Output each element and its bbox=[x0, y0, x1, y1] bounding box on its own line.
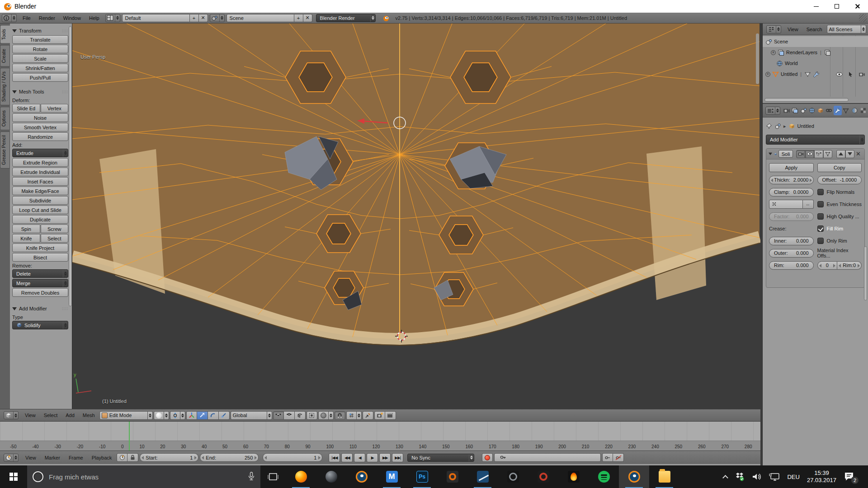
properties-scrollbar[interactable] bbox=[864, 246, 867, 300]
decrement-arrow-icon[interactable] bbox=[264, 456, 267, 460]
material-rim-field[interactable]: Rim: 0 bbox=[837, 261, 862, 270]
menu-help[interactable]: Help bbox=[85, 15, 104, 21]
add-modifier-panel-header[interactable]: Add Modifier :::: bbox=[12, 304, 68, 313]
apply-button[interactable]: Apply bbox=[769, 163, 814, 172]
tab-render-layers[interactable] bbox=[791, 106, 799, 115]
increment-arrow-icon[interactable] bbox=[810, 178, 812, 182]
duplicate-button[interactable]: Duplicate bbox=[12, 215, 68, 224]
action-center-button[interactable]: 2 bbox=[844, 472, 854, 482]
proportional-edit-dropdown[interactable] bbox=[318, 411, 334, 420]
mesh-wireframe-canvas[interactable]: y bbox=[72, 23, 760, 409]
add-modifier-dropdown[interactable]: Add Modifier bbox=[766, 135, 865, 145]
properties-editor-type-selector[interactable] bbox=[765, 107, 780, 115]
extrude-dropdown[interactable]: Extrude bbox=[12, 149, 68, 157]
tab-render[interactable] bbox=[783, 106, 791, 115]
edit-mode-display-toggle[interactable] bbox=[814, 150, 823, 158]
delete-scene-button[interactable]: ✕ bbox=[303, 14, 312, 22]
factor-field[interactable]: Factor: 0.000 bbox=[769, 212, 814, 221]
tab-grease-pencil[interactable]: Grease Pencil bbox=[0, 131, 10, 169]
dropbox-icon[interactable] bbox=[735, 472, 745, 481]
randomize-button[interactable]: Randomize bbox=[12, 132, 68, 141]
lock-range-button[interactable] bbox=[127, 453, 138, 462]
photoshop-taskbar-icon[interactable]: Ps bbox=[407, 465, 437, 488]
menu-window[interactable]: Window bbox=[59, 15, 85, 21]
current-frame-field[interactable]: 1 bbox=[263, 453, 322, 462]
timeline-editor-type-selector[interactable] bbox=[4, 454, 19, 462]
viewport-visibility-toggle[interactable] bbox=[805, 150, 814, 158]
editor-type-selector[interactable] bbox=[2, 14, 17, 22]
keyboard-language[interactable]: DEU bbox=[787, 474, 799, 480]
outliner-item-world[interactable]: World bbox=[763, 58, 868, 69]
menu-select[interactable]: Select bbox=[40, 413, 61, 418]
start-button[interactable] bbox=[0, 465, 27, 488]
tray-chevron-icon[interactable] bbox=[723, 475, 729, 481]
mode-dropdown[interactable]: Edit Mode bbox=[99, 411, 153, 420]
viewport-scrollbar[interactable] bbox=[756, 33, 759, 84]
decrement-arrow-icon[interactable] bbox=[142, 456, 144, 460]
menu-render[interactable]: Render bbox=[35, 15, 59, 21]
make-edge-face-button[interactable]: Make Edge/Face bbox=[12, 187, 68, 195]
menu-add[interactable]: Add bbox=[62, 413, 78, 418]
volume-icon[interactable] bbox=[752, 473, 762, 481]
translate-manipulator-button[interactable] bbox=[197, 411, 208, 420]
task-view-button[interactable] bbox=[260, 465, 286, 488]
outliner-h-scrollbar[interactable] bbox=[764, 98, 849, 102]
insert-keyframe-button[interactable] bbox=[602, 453, 613, 462]
push-pull-button[interactable]: Push/Pull bbox=[12, 73, 68, 82]
offset-field[interactable]: Offset: -1.0000 bbox=[817, 176, 862, 184]
high-quality-checkbox[interactable] bbox=[817, 213, 824, 220]
tab-tools[interactable]: Tools bbox=[0, 25, 10, 44]
copy-button[interactable]: Copy bbox=[817, 163, 862, 172]
knife-button[interactable]: Knife bbox=[12, 234, 40, 243]
tab-create[interactable]: Create bbox=[0, 45, 10, 67]
frame-end-field[interactable]: End: 250 bbox=[200, 453, 259, 462]
menu-file[interactable]: File bbox=[19, 15, 35, 21]
face-select-button[interactable] bbox=[295, 411, 306, 420]
current-frame-playhead[interactable] bbox=[129, 422, 130, 450]
decrement-arrow-icon[interactable] bbox=[839, 264, 841, 267]
mesh-tools-panel-header[interactable]: Mesh Tools :::: bbox=[12, 87, 68, 96]
frame-start-field[interactable]: Start: 1 bbox=[140, 453, 198, 462]
menu-view[interactable]: View bbox=[21, 413, 39, 418]
modifier-name-field[interactable]: Soli bbox=[778, 150, 793, 158]
jump-next-keyframe-button[interactable]: ▶▶ bbox=[379, 453, 391, 462]
move-modifier-up-button[interactable] bbox=[836, 150, 845, 158]
shrink-fatten-button[interactable]: Shrink/Fatten bbox=[12, 64, 68, 72]
auto-keyframe-button[interactable] bbox=[482, 453, 493, 462]
menu-search[interactable]: Search bbox=[803, 27, 826, 32]
screw-button[interactable]: Screw bbox=[41, 225, 69, 233]
increment-arrow-icon[interactable] bbox=[255, 456, 257, 460]
increment-arrow-icon[interactable] bbox=[318, 456, 321, 460]
dark-ring-taskbar-icon[interactable] bbox=[498, 465, 528, 488]
vertex-slide-button[interactable]: Vertex bbox=[41, 104, 69, 113]
limit-selection-visible-button[interactable] bbox=[307, 411, 317, 420]
tool-shelf-scrollbar[interactable] bbox=[69, 26, 72, 306]
bisect-button[interactable]: Bisect bbox=[12, 253, 68, 262]
rotate-button[interactable]: Rotate bbox=[12, 45, 68, 53]
opengl-animation-button[interactable] bbox=[385, 411, 396, 420]
jump-to-end-button[interactable]: ▶▶| bbox=[392, 453, 403, 462]
scale-manipulator-button[interactable] bbox=[219, 411, 230, 420]
clamp-field[interactable]: Clamp: 0.0000 bbox=[769, 188, 814, 197]
merge-dropdown[interactable]: Merge bbox=[12, 279, 68, 287]
red-tool-taskbar-icon[interactable] bbox=[528, 465, 558, 488]
tab-constraints[interactable] bbox=[825, 106, 833, 115]
jump-to-start-button[interactable]: |◀◀ bbox=[329, 453, 340, 462]
translate-button[interactable]: Translate bbox=[12, 35, 68, 44]
cortana-search-box[interactable]: Frag mich etwas bbox=[27, 465, 260, 488]
collapse-arrow-icon[interactable] bbox=[769, 153, 772, 155]
orange-gear-taskbar-icon[interactable] bbox=[437, 465, 467, 488]
sketch-taskbar-icon[interactable] bbox=[467, 465, 498, 488]
tab-shading-uvs[interactable]: Shading / UVs bbox=[0, 68, 10, 105]
outliner-item-untitled[interactable]: + Untitled | bbox=[763, 69, 868, 80]
tab-world[interactable] bbox=[808, 106, 816, 115]
close-button[interactable] bbox=[847, 0, 868, 13]
remove-doubles-button[interactable]: Remove Doubles bbox=[12, 288, 68, 297]
tab-texture[interactable] bbox=[859, 106, 867, 115]
object-breadcrumb-icon[interactable] bbox=[774, 123, 781, 129]
selectability-cursor-icon[interactable] bbox=[848, 71, 853, 77]
tab-modifiers[interactable] bbox=[834, 106, 842, 115]
dark-sphere-taskbar-icon[interactable] bbox=[316, 465, 346, 488]
screen-layout-field[interactable]: Default bbox=[122, 14, 190, 22]
cube-breadcrumb-icon[interactable] bbox=[788, 123, 795, 129]
